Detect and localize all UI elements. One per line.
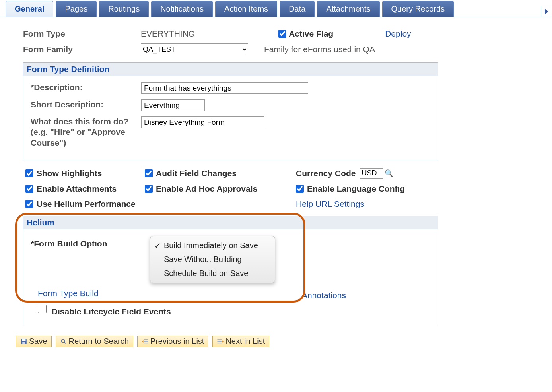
tab-pages[interactable]: Pages bbox=[56, 1, 97, 17]
tab-action-items[interactable]: Action Items bbox=[215, 1, 277, 17]
form-type-definition-group: Form Type Definition *Description: Short… bbox=[23, 62, 438, 160]
return-to-search-button[interactable]: Return to Search bbox=[56, 336, 133, 347]
tab-row: General Pages Routings Notifications Act… bbox=[0, 0, 552, 17]
enable-language-config-label: Enable Language Config bbox=[307, 184, 405, 194]
svg-rect-5 bbox=[144, 339, 148, 340]
next-list-icon bbox=[217, 338, 224, 345]
audit-field-changes-label: Audit Field Changes bbox=[156, 169, 237, 178]
svg-rect-10 bbox=[218, 343, 222, 343]
annotations-link[interactable]: Annotations bbox=[302, 291, 346, 300]
chevron-right-icon bbox=[545, 9, 548, 14]
tab-scroll-right[interactable] bbox=[541, 6, 552, 17]
whatdo-input[interactable] bbox=[141, 116, 264, 128]
form-type-value: EVERYTHING bbox=[141, 29, 195, 39]
enable-language-config-checkbox[interactable] bbox=[296, 185, 304, 193]
previous-in-list-button[interactable]: Previous in List bbox=[137, 336, 209, 347]
tab-general[interactable]: General bbox=[6, 1, 53, 17]
svg-rect-8 bbox=[218, 339, 222, 340]
enable-adhoc-checkbox[interactable] bbox=[145, 185, 153, 193]
form-family-label: Form Family bbox=[23, 45, 141, 54]
svg-rect-2 bbox=[22, 342, 25, 344]
enable-adhoc-label: Enable Ad Hoc Approvals bbox=[156, 184, 257, 194]
enable-attachments-checkbox[interactable] bbox=[25, 185, 33, 193]
save-button-label: Save bbox=[29, 337, 47, 346]
use-helium-checkbox[interactable] bbox=[25, 200, 33, 208]
short-description-input[interactable] bbox=[141, 99, 205, 111]
tab-data[interactable]: Data bbox=[280, 1, 315, 17]
description-input[interactable] bbox=[141, 82, 308, 94]
dropdown-item-save-without-building[interactable]: Save Without Building bbox=[150, 252, 275, 266]
show-highlights-checkbox[interactable] bbox=[25, 169, 33, 177]
dropdown-item-schedule-build[interactable]: Schedule Build on Save bbox=[150, 266, 275, 280]
svg-line-4 bbox=[64, 342, 66, 344]
audit-field-changes-checkbox[interactable] bbox=[145, 169, 153, 177]
svg-rect-6 bbox=[144, 341, 148, 342]
help-url-settings-link[interactable]: Help URL Settings bbox=[296, 199, 435, 209]
currency-code-label: Currency Code bbox=[296, 169, 356, 178]
next-in-list-label: Next in List bbox=[225, 337, 265, 346]
form-family-desc: Family for eForms used in QA bbox=[264, 45, 375, 54]
enable-attachments-label: Enable Attachments bbox=[37, 184, 117, 194]
form-build-option-label: *Form Build Option bbox=[31, 236, 150, 248]
svg-rect-9 bbox=[218, 341, 222, 342]
tab-routings[interactable]: Routings bbox=[99, 1, 149, 17]
disable-lifecycle-checkbox[interactable] bbox=[38, 305, 47, 313]
options-grid: Show Highlights Audit Field Changes Curr… bbox=[25, 168, 546, 209]
form-type-label: Form Type bbox=[23, 29, 141, 39]
helium-section: Helium *Form Build Option Build Immediat… bbox=[23, 216, 438, 326]
previous-in-list-label: Previous in List bbox=[150, 337, 204, 346]
use-helium-label: Use Helium Performance bbox=[37, 199, 136, 209]
prev-list-icon bbox=[142, 338, 149, 345]
form-family-select[interactable]: QA_TEST bbox=[141, 43, 248, 55]
tab-attachments[interactable]: Attachments bbox=[317, 1, 379, 17]
description-label: *Description: bbox=[31, 82, 141, 93]
helium-title: Helium bbox=[23, 216, 438, 229]
tab-query-records[interactable]: Query Records bbox=[382, 1, 454, 17]
next-in-list-button[interactable]: Next in List bbox=[212, 336, 269, 347]
show-highlights-label: Show Highlights bbox=[37, 169, 102, 178]
tab-notifications[interactable]: Notifications bbox=[151, 1, 213, 17]
dropdown-item-build-immediately[interactable]: Build Immediately on Save bbox=[150, 239, 275, 252]
svg-rect-1 bbox=[22, 339, 26, 341]
helium-group: Helium *Form Build Option Build Immediat… bbox=[23, 216, 438, 326]
page-content: Form Type EVERYTHING Active Flag Deploy … bbox=[0, 17, 552, 359]
short-description-label: Short Description: bbox=[31, 99, 141, 110]
lookup-icon[interactable]: 🔍 bbox=[385, 169, 393, 178]
form-build-option-dropdown[interactable]: Build Immediately on Save Save Without B… bbox=[150, 236, 275, 283]
save-button[interactable]: Save bbox=[16, 336, 52, 347]
active-flag-checkbox[interactable] bbox=[278, 30, 286, 38]
deploy-link[interactable]: Deploy bbox=[385, 29, 411, 39]
search-return-icon bbox=[60, 338, 67, 345]
active-flag-label: Active Flag bbox=[289, 29, 333, 39]
form-type-definition-title: Form Type Definition bbox=[23, 63, 438, 76]
disable-lifecycle-label: Disable Lifecycle Field Events bbox=[52, 307, 171, 316]
return-to-search-label: Return to Search bbox=[69, 337, 129, 346]
save-icon bbox=[20, 338, 27, 345]
whatdo-label: What does this form do? (e.g. "Hire" or … bbox=[31, 116, 141, 148]
svg-rect-7 bbox=[144, 343, 148, 343]
button-row: Save Return to Search Previous in List N… bbox=[16, 336, 546, 347]
currency-code-input[interactable] bbox=[360, 168, 383, 179]
form-type-build-link[interactable]: Form Type Build bbox=[38, 289, 99, 298]
